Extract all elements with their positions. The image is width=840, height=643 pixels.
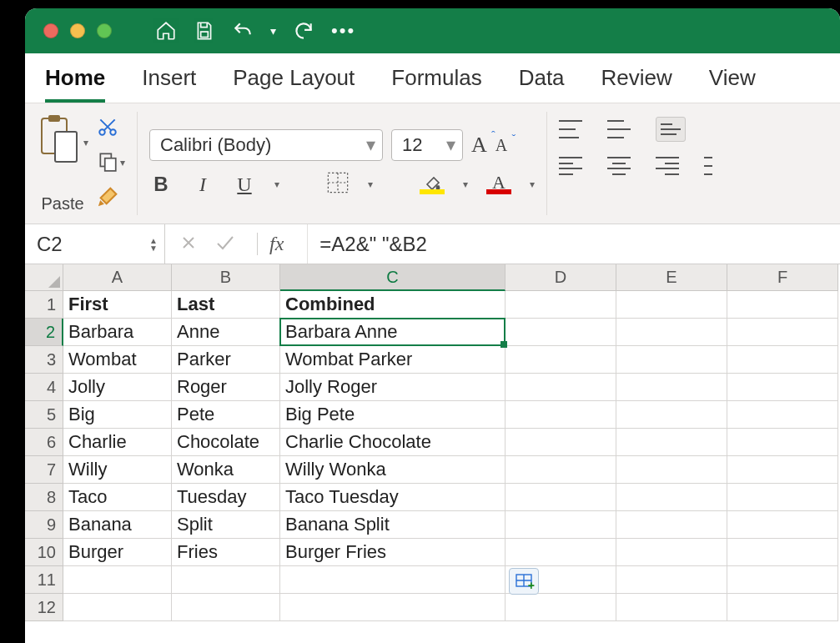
cell[interactable] — [172, 566, 280, 594]
column-header[interactable]: A — [63, 264, 172, 291]
cell[interactable]: Wombat — [63, 346, 172, 374]
cell[interactable]: Split — [172, 511, 280, 539]
tab-home[interactable]: Home — [45, 65, 105, 103]
cell[interactable] — [727, 484, 838, 511]
cell[interactable]: Banana Split — [280, 511, 506, 539]
cell[interactable]: Jolly — [63, 374, 172, 401]
cell[interactable] — [506, 374, 616, 401]
cell[interactable]: Burger Fries — [280, 539, 506, 566]
cell[interactable] — [727, 291, 838, 319]
cell[interactable] — [506, 291, 616, 319]
align-middle-icon[interactable] — [607, 120, 631, 138]
cell[interactable] — [172, 594, 280, 621]
cell[interactable] — [616, 566, 727, 594]
underline-dropdown-icon[interactable]: ▾ — [274, 178, 279, 190]
tab-review[interactable]: Review — [601, 65, 672, 103]
cell[interactable]: Banana — [63, 511, 172, 539]
cells-area[interactable]: FirstLastCombinedBarbaraAnneBarbara Anne… — [63, 291, 838, 621]
paste-dropdown-icon[interactable]: ▾ — [83, 137, 88, 148]
column-header[interactable]: F — [727, 264, 838, 291]
font-name-select[interactable]: Calibri (Body) ▾ — [149, 129, 383, 161]
cell[interactable]: Parker — [172, 346, 280, 374]
cell[interactable]: Anne — [172, 319, 280, 346]
bold-button[interactable]: B — [149, 173, 173, 196]
cell[interactable]: Barbara — [63, 319, 172, 346]
row-header[interactable]: 7 — [25, 456, 63, 484]
zoom-window-button[interactable] — [97, 23, 112, 38]
cell[interactable] — [616, 429, 727, 456]
cell[interactable]: Willy Wonka — [280, 456, 506, 484]
cell[interactable] — [506, 539, 616, 566]
copy-dropdown-icon[interactable]: ▾ — [120, 157, 125, 168]
format-painter-icon[interactable] — [97, 184, 120, 211]
row-header[interactable]: 9 — [25, 511, 63, 539]
select-all-corner[interactable] — [25, 264, 63, 291]
cell[interactable]: Barbara Anne — [280, 319, 506, 346]
cell[interactable]: Jolly Roger — [280, 374, 506, 401]
align-bottom-icon[interactable] — [656, 117, 686, 142]
tab-page-layout[interactable]: Page Layout — [233, 65, 355, 103]
cell[interactable]: Wombat Parker — [280, 346, 506, 374]
tab-data[interactable]: Data — [519, 65, 565, 103]
cell[interactable]: Pete — [172, 401, 280, 429]
cut-icon[interactable] — [97, 116, 118, 141]
undo-icon[interactable] — [232, 20, 254, 42]
cell[interactable]: Chocolate — [172, 429, 280, 456]
redo-icon[interactable] — [293, 20, 314, 42]
increase-font-icon[interactable]: A — [471, 133, 487, 158]
cell[interactable]: Taco — [63, 484, 172, 511]
tab-formulas[interactable]: Formulas — [391, 65, 481, 103]
home-icon[interactable] — [155, 20, 177, 42]
copy-icon[interactable] — [97, 150, 118, 175]
font-color-button[interactable]: A — [486, 174, 511, 194]
cell[interactable] — [506, 319, 616, 346]
cell[interactable] — [727, 456, 838, 484]
align-top-icon[interactable] — [559, 120, 582, 138]
cell[interactable]: Big Pete — [280, 401, 506, 429]
cell[interactable] — [63, 594, 172, 621]
cell[interactable] — [506, 511, 616, 539]
cell[interactable] — [506, 484, 616, 511]
row-header[interactable]: 6 — [25, 429, 63, 456]
row-header[interactable]: 3 — [25, 346, 63, 374]
name-box[interactable]: C2 ▲▼ — [25, 224, 165, 264]
column-header[interactable]: E — [616, 264, 727, 291]
accept-formula-icon[interactable] — [215, 234, 235, 254]
cell[interactable] — [280, 594, 506, 621]
row-header[interactable]: 10 — [25, 539, 63, 566]
cell[interactable] — [616, 539, 727, 566]
font-size-select[interactable]: 12 ▾ — [391, 129, 463, 161]
cell[interactable] — [616, 291, 727, 319]
cell[interactable]: Last — [172, 291, 280, 319]
cell[interactable]: Tuesday — [172, 484, 280, 511]
cell[interactable] — [727, 566, 838, 594]
cell[interactable]: Big — [63, 401, 172, 429]
more-icon[interactable]: ••• — [331, 20, 355, 42]
row-header[interactable]: 1 — [25, 291, 63, 319]
cell[interactable] — [280, 566, 506, 594]
row-header[interactable]: 5 — [25, 401, 63, 429]
fill-color-button[interactable] — [420, 174, 445, 194]
cell[interactable]: Wonka — [172, 456, 280, 484]
cell[interactable] — [727, 319, 838, 346]
cell[interactable]: Combined — [280, 291, 506, 319]
autofill-options-button[interactable]: + — [509, 568, 539, 595]
row-header[interactable]: 2 — [25, 319, 63, 346]
cell[interactable] — [616, 319, 727, 346]
column-header[interactable]: B — [172, 264, 280, 291]
cell[interactable]: Roger — [172, 374, 280, 401]
decrease-font-icon[interactable]: A — [495, 136, 507, 155]
cell[interactable] — [616, 456, 727, 484]
cell[interactable] — [616, 346, 727, 374]
cell[interactable] — [727, 346, 838, 374]
cell[interactable] — [616, 484, 727, 511]
cell[interactable]: Fries — [172, 539, 280, 566]
row-header[interactable]: 4 — [25, 374, 63, 401]
cell[interactable]: Charlie — [63, 429, 172, 456]
cell[interactable] — [506, 594, 616, 621]
cell[interactable] — [616, 374, 727, 401]
borders-icon[interactable] — [326, 171, 350, 198]
cell[interactable] — [616, 401, 727, 429]
tab-view[interactable]: View — [709, 65, 756, 103]
row-header[interactable]: 12 — [25, 594, 63, 621]
